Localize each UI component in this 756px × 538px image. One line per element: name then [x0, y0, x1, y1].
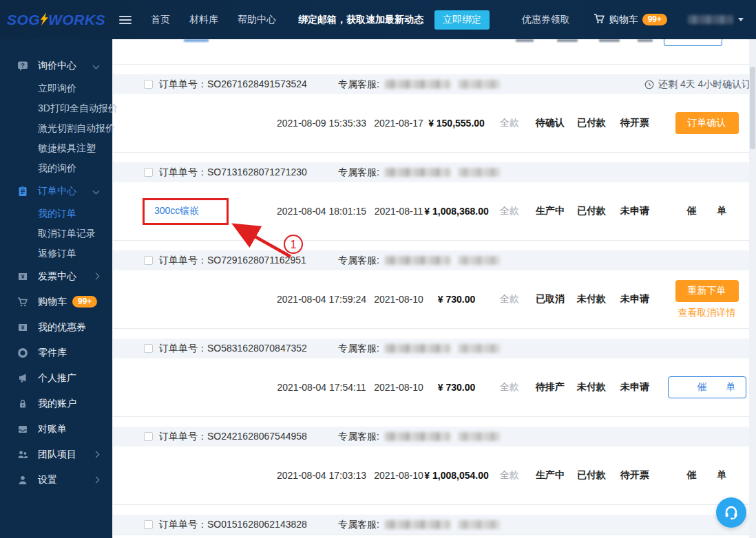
pay-status: 已付款: [571, 205, 612, 217]
order-checkbox[interactable]: [144, 432, 153, 441]
sidebar-item-label: 零件库: [38, 347, 67, 359]
megaphone-icon: [17, 373, 28, 384]
scrollbar-track[interactable]: [749, 39, 756, 538]
order-header: 订单单号： SO7291628071162951 专属客服:: [113, 250, 756, 270]
sidebar-item-label: 询价中心: [38, 60, 76, 72]
order-checkbox[interactable]: [144, 168, 153, 177]
sidebar-item-label: 订单中心: [38, 185, 76, 197]
view-cancel-details-link[interactable]: 查看取消详情: [678, 307, 736, 319]
sidebar-item-my-coupons[interactable]: ¥ 我的优惠券: [0, 314, 112, 340]
order-amount: ¥ 1,008,054.00: [423, 470, 490, 481]
headset-icon: [723, 504, 739, 521]
user-account-menu[interactable]: [688, 15, 744, 24]
sidebar-item-repair-orders[interactable]: 返修订单: [0, 244, 112, 263]
order-datetime: 2021-08-04 17:59:24: [269, 294, 374, 305]
order-status: 生产中: [529, 469, 571, 482]
chevron-down-icon: [93, 63, 100, 69]
invoice-status: 未申请: [612, 293, 658, 305]
countdown-text: 还剩 4天 4小时确认订: [658, 78, 751, 91]
invoice-icon: ¥: [17, 271, 28, 282]
urge-order-button[interactable]: 催单: [668, 376, 746, 398]
cs-phone-redacted: [459, 168, 500, 177]
order-number: SO0151628062143828: [207, 519, 307, 531]
sidebar-item-parts-library[interactable]: 零件库: [0, 340, 112, 365]
sidebar-item-cancelled-orders[interactable]: 取消订单记录: [0, 224, 112, 244]
nav-materials[interactable]: 材料库: [189, 14, 218, 26]
order-checkbox[interactable]: [144, 256, 153, 265]
due-date: 2021-08-10: [374, 470, 423, 481]
order-header: 订单单号： SO0151628062143828 专属客服:: [113, 515, 756, 535]
invoice-status: 未申请: [612, 205, 658, 217]
confirm-order-button[interactable]: 订单确认: [675, 112, 739, 134]
chevron-right-icon: [93, 477, 100, 484]
sidebar-item-team-projects[interactable]: 团队项目: [0, 442, 112, 467]
sogaworks-logo[interactable]: SOG WORKS: [0, 12, 112, 28]
cs-phone-redacted: [459, 344, 500, 353]
order-header: 订单单号： SO2671628491573524 专属客服: 还剩 4天 4小时…: [113, 74, 756, 94]
order-checkbox[interactable]: [144, 520, 153, 529]
sidebar-item-label: 我的账户: [38, 398, 76, 410]
order-body: 300cc镶嵌 2021-08-04 18:01:15 2021-08-11 ¥…: [113, 182, 756, 240]
urge-order-link[interactable]: 催单: [687, 205, 748, 217]
chevron-right-icon: [93, 273, 100, 280]
hamburger-menu-icon[interactable]: [119, 14, 132, 26]
order-no-label: 订单单号：: [159, 343, 207, 355]
cart-icon: [594, 13, 605, 26]
nav-home[interactable]: 首页: [151, 14, 170, 26]
customer-service-chat-button[interactable]: [716, 497, 746, 528]
scrollbar-thumb[interactable]: [750, 67, 755, 149]
clipped-status-sliver: [516, 39, 534, 42]
nav-help-center[interactable]: 帮助中心: [238, 14, 276, 26]
invoice-status: 未申请: [612, 381, 658, 394]
order-number: SO7291628071162951: [207, 255, 306, 267]
nav-cart[interactable]: 购物车 99+: [594, 13, 667, 26]
order-card: 订单单号： SO7131628071271230 专属客服: 300cc镶嵌 2…: [113, 162, 756, 241]
sidebar-item-my-account[interactable]: 我的账户: [0, 391, 112, 416]
team-icon: [17, 449, 28, 460]
cs-phone-redacted: [459, 80, 500, 89]
order-status: 待排产: [529, 381, 571, 394]
coupon-claim-link[interactable]: 优惠券领取: [522, 14, 570, 26]
clipped-outline-button[interactable]: [664, 39, 722, 46]
order-card: 订单单号： SO2671628491573524 专属客服: 还剩 4天 4小时…: [113, 74, 756, 153]
sidebar-item-3d-print-quote[interactable]: 3D打印全自动报价: [0, 98, 112, 118]
order-no-label: 订单单号：: [159, 255, 207, 267]
sidebar-item-my-orders[interactable]: 我的订单: [0, 204, 112, 224]
cs-label: 专属客服:: [338, 78, 379, 91]
invoice-status: 待开票: [612, 117, 658, 129]
order-number: SO2671628491573524: [207, 78, 307, 91]
sidebar-item-order-center[interactable]: 订单中心: [0, 178, 112, 204]
order-number: SO7131628071271230: [207, 166, 307, 179]
order-checkbox[interactable]: [144, 344, 153, 353]
sidebar-item-inquiry-center[interactable]: ? 询价中心: [0, 53, 112, 78]
urge-order-link[interactable]: 催单: [687, 469, 748, 482]
sidebar-item-my-inquiries[interactable]: 我的询价: [0, 158, 112, 178]
cs-name-redacted: [385, 520, 450, 529]
sidebar-item-label: 发票中心: [38, 270, 76, 283]
sidebar-item-statement[interactable]: 对账单: [0, 416, 112, 442]
sidebar-item-invoice-center[interactable]: ¥ 发票中心: [0, 263, 112, 289]
order-body: 2021-08-09 15:35:33 2021-08-17 ¥ 150,555…: [113, 94, 756, 152]
sidebar-item-laser-cut-quote[interactable]: 激光切割自动报价: [0, 118, 112, 138]
product-link-300cc[interactable]: 300cc镶嵌: [154, 205, 199, 216]
sidebar-item-inquire-now[interactable]: 立即询价: [0, 78, 112, 98]
due-date: 2021-08-11: [374, 206, 423, 217]
cs-name-redacted: [385, 256, 450, 265]
cs-label: 专属客服:: [338, 431, 379, 443]
sidebar-item-personal-promotion[interactable]: 个人推广: [0, 365, 112, 391]
sidebar-item-agile-mold[interactable]: 敏捷模具注塑: [0, 138, 112, 158]
sidebar-cart-badge: 99+: [72, 296, 97, 308]
cart-label: 购物车: [609, 14, 638, 26]
bind-now-button[interactable]: 立即绑定: [434, 10, 490, 30]
cs-label: 专属客服:: [338, 519, 379, 531]
due-date: 2021-08-10: [374, 382, 423, 393]
order-header: 订单单号： SO7131628071271230 专属客服:: [113, 162, 756, 182]
sidebar-item-cart[interactable]: 购物车 99+: [0, 289, 112, 314]
clipped-status-sliver: [557, 39, 578, 42]
svg-text:¥: ¥: [21, 273, 25, 280]
order-checkbox[interactable]: [144, 80, 153, 89]
reorder-button[interactable]: 重新下单: [675, 280, 739, 302]
pay-type: 全款: [490, 117, 529, 129]
part-ring-icon: [17, 347, 28, 358]
sidebar-item-settings[interactable]: 设置: [0, 467, 112, 493]
